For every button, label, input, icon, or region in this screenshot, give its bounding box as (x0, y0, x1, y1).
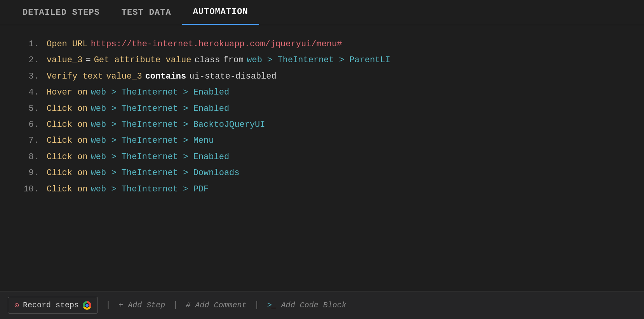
add-code-block-label: Add Code Block (281, 301, 346, 310)
step-number: 8. (23, 150, 47, 164)
step-parts: Open URLhttps://the-internet.herokuapp.c… (47, 37, 621, 51)
step-token: web > TheInternet > Downloads (91, 166, 240, 180)
add-comment-button[interactable]: # Add Comment (186, 301, 247, 310)
step-number: 6. (23, 117, 47, 132)
tab-detailed-steps[interactable]: DETAILED STEPS (12, 1, 111, 25)
table-row: 2.value_3=Get attribute valueclassfromwe… (23, 53, 621, 67)
table-row: 5.Click onweb > TheInternet > Enabled (23, 102, 621, 116)
record-steps-button[interactable]: ⊙ Record steps (8, 297, 98, 314)
step-token: Hover on (47, 85, 88, 100)
table-row: 7.Click onweb > TheInternet > Menu (23, 133, 621, 148)
step-token: = (85, 53, 91, 67)
step-token: web > TheInternet > ParentLI (247, 53, 390, 67)
step-parts: value_3=Get attribute valueclassfromweb … (47, 53, 621, 67)
step-token: value_3 (47, 53, 82, 67)
footer-toolbar: ⊙ Record steps | + Add Step | # Add Comm… (0, 291, 644, 319)
step-parts: Hover onweb > TheInternet > Enabled (47, 85, 621, 100)
step-token: Click on (47, 166, 88, 180)
steps-content: 1.Open URLhttps://the-internet.herokuapp… (0, 25, 644, 210)
step-token: Click on (47, 102, 88, 116)
divider-3: | (254, 300, 259, 310)
add-code-block-button[interactable]: >_ Add Code Block (267, 301, 346, 310)
code-prefix: >_ (267, 301, 277, 310)
table-row: 10.Click onweb > TheInternet > PDF (23, 182, 621, 196)
step-parts: Click onweb > TheInternet > Downloads (47, 166, 621, 180)
step-token: Open URL (47, 37, 88, 51)
step-token: Verify text (47, 69, 103, 84)
table-row: 9.Click onweb > TheInternet > Downloads (23, 166, 621, 180)
step-token: Click on (47, 117, 88, 132)
step-parts: Click onweb > TheInternet > Menu (47, 133, 621, 148)
step-token: Click on (47, 182, 88, 196)
step-token: contains (145, 69, 186, 84)
step-number: 4. (23, 85, 47, 100)
step-parts: Click onweb > TheInternet > Enabled (47, 102, 621, 116)
step-token: web > TheInternet > Enabled (91, 102, 229, 116)
step-number: 2. (23, 53, 47, 67)
step-number: 3. (23, 69, 47, 84)
record-icon: ⊙ (14, 300, 19, 310)
step-token: from (223, 53, 244, 67)
step-number: 10. (23, 182, 47, 196)
tab-bar: DETAILED STEPSTEST DATAAUTOMATION (0, 0, 644, 25)
step-number: 9. (23, 166, 47, 180)
step-token: web > TheInternet > BacktoJQueryUI (91, 117, 265, 132)
step-token: Get attribute value (94, 53, 191, 67)
step-token: https://the-internet.herokuapp.com/jquer… (91, 37, 342, 51)
table-row: 3.Verify textvalue_3containsui-state-dis… (23, 69, 621, 84)
tab-automation[interactable]: AUTOMATION (182, 0, 259, 25)
step-token: web > TheInternet > Enabled (91, 85, 229, 100)
step-number: 5. (23, 102, 47, 116)
divider-1: | (106, 300, 111, 310)
step-parts: Click onweb > TheInternet > PDF (47, 182, 621, 196)
step-token: web > TheInternet > Menu (91, 133, 214, 148)
step-parts: Click onweb > TheInternet > BacktoJQuery… (47, 117, 621, 132)
step-token: Click on (47, 150, 88, 164)
record-steps-label: Record steps (23, 301, 79, 310)
step-token: class (194, 53, 220, 67)
table-row: 6.Click onweb > TheInternet > BacktoJQue… (23, 117, 621, 132)
step-token: web > TheInternet > Enabled (91, 150, 229, 164)
step-number: 1. (23, 37, 47, 51)
tab-test-data[interactable]: TEST DATA (111, 1, 182, 25)
step-parts: Verify textvalue_3containsui-state-disab… (47, 69, 621, 84)
step-number: 7. (23, 133, 47, 148)
table-row: 4.Hover onweb > TheInternet > Enabled (23, 85, 621, 100)
step-token: value_3 (106, 69, 142, 84)
step-token: web > TheInternet > PDF (91, 182, 209, 196)
chrome-icon (83, 301, 91, 310)
table-row: 8.Click onweb > TheInternet > Enabled (23, 150, 621, 164)
step-token: ui-state-disabled (189, 69, 276, 84)
add-step-button[interactable]: + Add Step (118, 301, 165, 310)
step-parts: Click onweb > TheInternet > Enabled (47, 150, 621, 164)
table-row: 1.Open URLhttps://the-internet.herokuapp… (23, 37, 621, 51)
divider-2: | (173, 300, 178, 310)
step-token: Click on (47, 133, 88, 148)
